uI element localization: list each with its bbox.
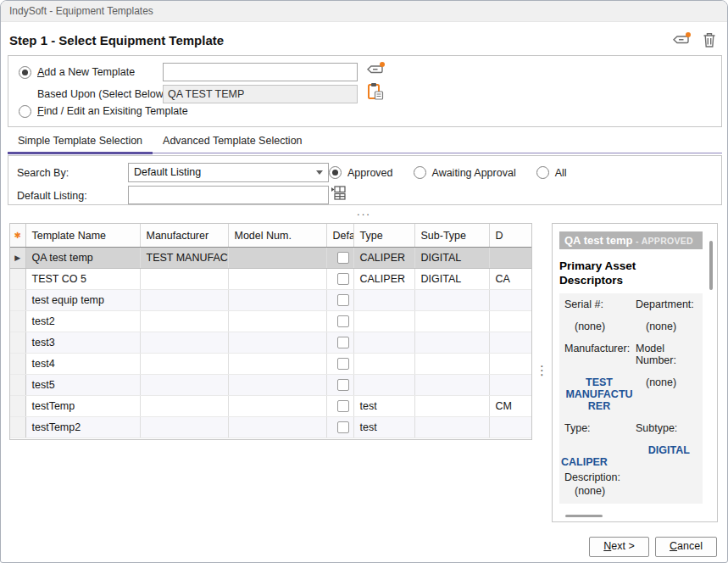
cell-manufacturer[interactable] <box>140 375 228 396</box>
cell-description[interactable] <box>489 248 532 269</box>
cell-subtype[interactable] <box>414 375 489 396</box>
cell-manufacturer[interactable] <box>140 290 228 311</box>
find-edit-template-label[interactable]: Find / Edit an Exisiting Template <box>37 105 188 117</box>
cell-type[interactable]: CALIPER <box>353 269 414 290</box>
new-template-tag-icon[interactable] <box>365 61 386 81</box>
table-row[interactable]: testTemp2 test <box>10 417 532 438</box>
cell-description[interactable]: CA <box>489 269 532 290</box>
cell-manufacturer[interactable] <box>140 311 228 332</box>
cell-model[interactable] <box>228 396 326 417</box>
cell-subtype[interactable] <box>414 354 489 375</box>
cell-default[interactable] <box>326 248 353 269</box>
cell-default[interactable] <box>326 290 353 311</box>
default-listing-input[interactable] <box>128 186 329 204</box>
cell-name[interactable]: test5 <box>25 375 140 396</box>
new-template-name-input[interactable] <box>163 63 358 81</box>
cell-model[interactable] <box>228 354 326 375</box>
cell-description[interactable] <box>489 354 532 375</box>
cell-manufacturer[interactable] <box>140 396 228 417</box>
default-checkbox[interactable] <box>337 252 349 264</box>
cell-name[interactable]: testTemp2 <box>25 417 140 438</box>
horizontal-splitter-handle[interactable]: ... <box>357 205 371 218</box>
delete-template-icon[interactable] <box>702 31 717 52</box>
datasheet-view-icon[interactable] <box>330 185 347 205</box>
cell-type[interactable] <box>353 332 414 354</box>
cell-subtype[interactable]: DIGITAL <box>414 269 489 290</box>
col-template-name[interactable]: Template Name <box>25 224 140 248</box>
approved-radio[interactable] <box>329 166 342 179</box>
table-row[interactable]: test3 <box>10 332 532 354</box>
cell-default[interactable] <box>326 354 353 375</box>
cell-manufacturer[interactable] <box>140 354 228 375</box>
default-checkbox[interactable] <box>337 358 349 370</box>
cell-name[interactable]: test2 <box>25 311 140 332</box>
cell-default[interactable] <box>326 396 353 417</box>
next-button[interactable]: Next > <box>589 537 649 557</box>
cell-model[interactable] <box>228 417 326 438</box>
table-row[interactable]: test equip temp <box>10 290 532 311</box>
cell-description[interactable] <box>489 290 532 311</box>
awaiting-approval-label[interactable]: Awaiting Approval <box>432 167 516 179</box>
col-type[interactable]: Type <box>353 224 414 248</box>
cell-default[interactable] <box>326 332 353 354</box>
add-new-template-radio[interactable] <box>19 66 31 79</box>
awaiting-approval-radio[interactable] <box>414 166 426 179</box>
cell-subtype[interactable] <box>414 417 489 438</box>
vertical-splitter-handle[interactable]: ⋮ <box>536 364 548 376</box>
cell-model[interactable] <box>228 248 326 269</box>
add-new-template-label[interactable]: Add a New Template <box>37 66 135 78</box>
paste-template-icon[interactable] <box>367 81 384 105</box>
cell-description[interactable] <box>489 311 532 332</box>
cell-description[interactable] <box>489 332 532 354</box>
tab-simple-template-selection[interactable]: Simple Template Selection <box>8 130 153 153</box>
table-row[interactable]: ▶ QA test temp TEST MANUFACTURER CALIPER… <box>10 248 532 269</box>
cell-default[interactable] <box>326 417 353 438</box>
cell-description[interactable] <box>489 375 532 396</box>
col-model-num[interactable]: Model Num. <box>228 224 326 248</box>
search-by-combobox[interactable]: Default Listing <box>128 163 329 182</box>
cell-manufacturer[interactable] <box>140 417 228 438</box>
cell-model[interactable] <box>228 290 326 311</box>
col-manufacturer[interactable]: Manufacturer <box>140 224 228 248</box>
cell-type[interactable]: CALIPER <box>353 248 414 269</box>
new-template-icon[interactable] <box>671 31 692 52</box>
cell-default[interactable] <box>326 311 353 332</box>
cell-subtype[interactable] <box>414 396 489 417</box>
all-radio[interactable] <box>536 166 549 179</box>
cell-subtype[interactable] <box>414 311 489 332</box>
cell-description[interactable] <box>489 417 532 438</box>
table-row[interactable]: test5 <box>10 375 532 396</box>
table-row[interactable]: test4 <box>10 354 532 375</box>
cell-type[interactable] <box>353 311 414 332</box>
default-checkbox[interactable] <box>337 273 349 285</box>
cell-type[interactable]: test <box>353 417 414 438</box>
default-checkbox[interactable] <box>337 400 349 412</box>
default-checkbox[interactable] <box>337 421 349 433</box>
cancel-button[interactable]: Cancel <box>655 537 717 557</box>
cell-default[interactable] <box>326 269 353 290</box>
table-row[interactable]: testTemp test CM <box>10 396 532 417</box>
cell-model[interactable] <box>228 269 326 290</box>
cell-manufacturer[interactable] <box>140 332 228 354</box>
cell-description[interactable]: CM <box>489 396 532 417</box>
table-row[interactable]: test2 <box>10 311 532 332</box>
default-checkbox[interactable] <box>337 337 349 348</box>
details-vertical-scrollbar[interactable] <box>709 241 713 290</box>
cell-model[interactable] <box>228 375 326 396</box>
col-default[interactable]: Defau <box>326 224 353 248</box>
tab-advanced-template-selection[interactable]: Advanced Template Selection <box>153 130 312 153</box>
find-edit-template-radio[interactable] <box>19 105 31 118</box>
cell-name[interactable]: TEST CO 5 <box>25 269 140 290</box>
cell-model[interactable] <box>228 311 326 332</box>
cell-subtype[interactable] <box>414 332 489 354</box>
cell-subtype[interactable] <box>414 290 489 311</box>
cell-name[interactable]: test3 <box>25 332 140 354</box>
window-titlebar[interactable]: IndySoft - Equipment Templates <box>1 1 727 22</box>
table-row[interactable]: TEST CO 5 CALIPER DIGITAL CA <box>10 269 532 290</box>
default-checkbox[interactable] <box>337 379 349 391</box>
cell-type[interactable] <box>353 375 414 396</box>
approved-label[interactable]: Approved <box>347 167 393 179</box>
cell-name[interactable]: test4 <box>25 354 140 375</box>
col-description[interactable]: D <box>489 224 532 248</box>
cell-subtype[interactable]: DIGITAL <box>414 248 489 269</box>
